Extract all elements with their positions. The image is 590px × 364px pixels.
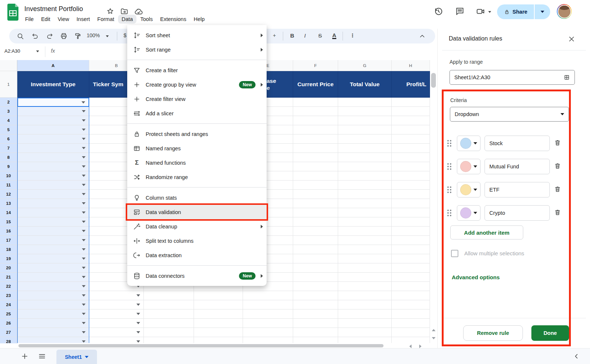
cell-G2[interactable] [338,98,392,107]
cell-F28[interactable] [293,337,338,343]
dropdown-chip-arrow-icon[interactable] [136,331,140,333]
cell-G6[interactable] [338,134,392,144]
cell-H4[interactable] [392,116,430,125]
bold-button[interactable]: B [290,32,294,39]
cell-A22[interactable] [17,282,89,291]
menubar-item-view[interactable]: View [54,15,73,24]
cell-H23[interactable] [392,291,430,300]
row-header-8[interactable]: 8 [0,153,17,162]
cell-D23[interactable] [194,291,243,300]
row-header-28[interactable]: 28 [0,337,17,343]
row-header-7[interactable]: 7 [0,144,17,153]
cell-G11[interactable] [338,181,392,190]
name-box-caret-icon[interactable] [36,50,39,52]
color-chip-selector[interactable] [457,182,480,197]
all-sheets-icon[interactable] [38,352,46,360]
video-call-caret-icon[interactable] [488,11,491,13]
cell-G14[interactable] [338,208,392,217]
grid-corner-cell[interactable] [0,60,17,71]
item-value-input[interactable]: Crypto [485,205,550,221]
cell-A6[interactable] [17,134,89,144]
dropdown-chip-arrow-icon[interactable] [82,285,86,287]
cell-G12[interactable] [338,190,392,199]
cell-F26[interactable] [293,319,338,328]
menu-item-sort-range[interactable]: Sort range [127,42,267,57]
cell-H7[interactable] [392,144,430,153]
drag-handle-icon[interactable] [447,163,451,170]
cell-F17[interactable] [293,236,338,245]
collapse-side-panel-icon[interactable] [572,352,580,360]
cell-F23[interactable] [293,291,338,300]
drag-handle-icon[interactable] [447,140,451,147]
close-panel-icon[interactable] [568,35,576,43]
cell-F5[interactable] [293,125,338,134]
done-button[interactable]: Done [531,325,569,341]
cell-A21[interactable] [17,273,89,282]
cell-H2[interactable] [392,98,430,107]
video-call-icon[interactable] [476,7,485,16]
cell-G7[interactable] [338,144,392,153]
cell-H19[interactable] [392,254,430,263]
dropdown-chip-arrow-icon[interactable] [82,211,86,214]
cell-H13[interactable] [392,199,430,208]
color-chip-selector[interactable] [457,136,480,151]
row-header-23[interactable]: 23 [0,291,17,300]
scroll-down-icon[interactable] [432,337,435,339]
dropdown-chip-arrow-icon[interactable] [82,129,86,131]
row-header-10[interactable]: 10 [0,171,17,181]
cell-B27[interactable] [89,328,144,337]
cell-G5[interactable] [338,125,392,134]
dropdown-chip-arrow-icon[interactable] [81,101,85,104]
cell-G10[interactable] [338,171,392,181]
cell-A20[interactable] [17,263,89,273]
cell-B28[interactable] [89,337,144,343]
horizontal-scrollbar[interactable] [17,343,430,348]
cell-F8[interactable] [293,153,338,162]
cell-F12[interactable] [293,190,338,199]
row-header-14[interactable]: 14 [0,208,17,217]
cell-H26[interactable] [392,319,430,328]
delete-item-icon[interactable] [554,162,561,169]
color-chip-selector[interactable] [457,205,480,221]
cell-H17[interactable] [392,236,430,245]
advanced-options-button[interactable]: Advanced options [452,274,500,280]
cell-G9[interactable] [338,162,392,171]
cell-G13[interactable] [338,199,392,208]
dropdown-chip-arrow-icon[interactable] [82,156,86,158]
cell-A11[interactable] [17,181,89,190]
cell-G27[interactable] [338,328,392,337]
cell-G21[interactable] [338,273,392,282]
row-header-20[interactable]: 20 [0,263,17,273]
cell-F15[interactable] [293,217,338,227]
row-header-6[interactable]: 6 [0,134,17,144]
cell-F22[interactable] [293,282,338,291]
cell-G18[interactable] [338,245,392,254]
cell-F14[interactable] [293,208,338,217]
cell-D27[interactable] [194,328,243,337]
menu-item-split-text-to-columns[interactable]: Split text to columns [127,234,267,248]
row-header-22[interactable]: 22 [0,282,17,291]
zoom-caret-icon[interactable] [106,35,109,37]
cell-A14[interactable] [17,208,89,217]
cell-F20[interactable] [293,263,338,273]
cell-A25[interactable] [17,309,89,319]
cell-F3[interactable] [293,107,338,116]
menu-item-randomize-range[interactable]: Randomize range [127,170,267,184]
menubar-item-help[interactable]: Help [190,15,208,24]
share-button[interactable]: Share [497,4,534,19]
dropdown-chip-arrow-icon[interactable] [82,322,86,324]
menu-item-named-ranges[interactable]: Named ranges [127,141,267,155]
menubar-item-tools[interactable]: Tools [136,15,156,24]
cell-G26[interactable] [338,319,392,328]
dropdown-chip-arrow-icon[interactable] [82,147,86,149]
menubar-item-edit[interactable]: Edit [37,15,54,24]
dropdown-chip-arrow-icon[interactable] [82,267,86,269]
cell-F13[interactable] [293,199,338,208]
cell-H18[interactable] [392,245,430,254]
dropdown-chip-arrow-icon[interactable] [82,221,86,223]
cell-D24[interactable] [194,300,243,309]
menu-item-protect-sheets-and-ranges[interactable]: Protect sheets and ranges [127,127,267,141]
cell-G15[interactable] [338,217,392,227]
row-header-26[interactable]: 26 [0,319,17,328]
remove-rule-button[interactable]: Remove rule [463,325,523,341]
